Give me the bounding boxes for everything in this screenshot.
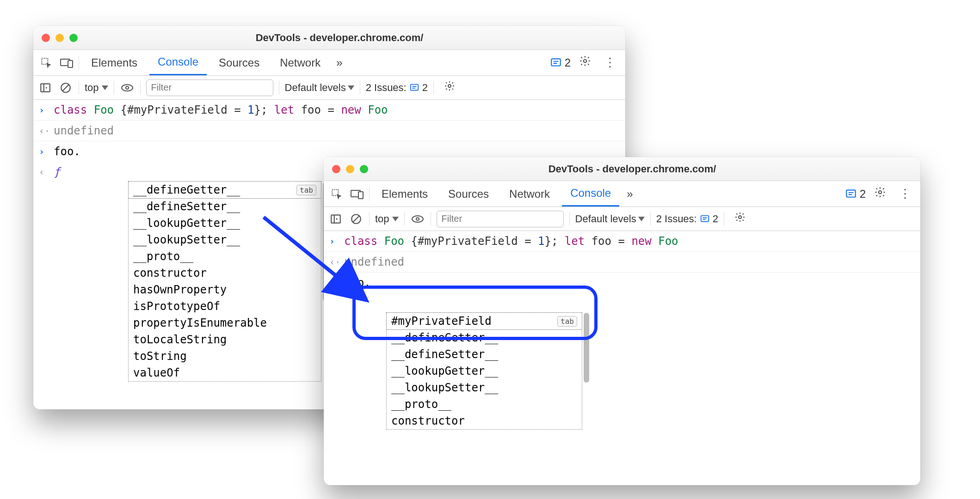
autocomplete-item[interactable]: isPrototypeOf (129, 298, 321, 315)
levels-label: Default levels (285, 82, 346, 94)
input-caret-icon: › (329, 235, 339, 247)
dropdown-caret-icon (102, 85, 108, 90)
console-input-row: › class Foo {#myPrivateField = 1}; let f… (33, 100, 625, 121)
kebab-menu-icon[interactable]: ⋮ (599, 55, 621, 70)
svg-rect-19 (358, 192, 363, 199)
settings-gear-icon[interactable] (574, 55, 596, 70)
settings-gear-icon[interactable] (869, 186, 891, 201)
console-toolbar: top Default levels 2 Issues: 2 (324, 207, 920, 231)
divider (569, 212, 570, 226)
svg-rect-24 (331, 215, 340, 223)
issues-count-2: 2 (422, 82, 428, 94)
tabs-overflow[interactable]: » (623, 181, 636, 207)
console-settings-icon[interactable] (439, 80, 460, 95)
autocomplete-item[interactable]: toString (129, 348, 321, 365)
filter-input[interactable] (146, 79, 273, 96)
console-result-row: ‹· undefined (33, 121, 625, 141)
issues-summary[interactable]: 2 Issues: 2 (656, 213, 718, 225)
svg-point-16 (448, 85, 451, 87)
traffic-lights (324, 165, 376, 173)
autocomplete-item[interactable]: propertyIsEnumerable (129, 315, 321, 331)
console-prompt-row[interactable]: › foo. (324, 273, 920, 293)
tab-console[interactable]: Console (149, 50, 207, 75)
svg-line-10 (63, 85, 69, 91)
autocomplete-item[interactable]: hasOwnProperty (129, 281, 321, 298)
divider (114, 81, 114, 95)
traffic-lights (33, 34, 86, 42)
maximize-icon[interactable] (69, 34, 78, 42)
autocomplete-item-private[interactable]: #myPrivateField tab (386, 312, 582, 330)
divider (650, 212, 651, 226)
log-levels-selector[interactable]: Default levels (285, 82, 354, 94)
autocomplete-item[interactable]: constructor (129, 265, 321, 281)
tab-elements[interactable]: Elements (373, 181, 436, 207)
inspect-element-icon[interactable] (328, 186, 345, 202)
tab-elements[interactable]: Elements (83, 50, 146, 75)
tab-sources[interactable]: Sources (210, 50, 268, 75)
autocomplete-item[interactable]: valueOf (129, 365, 321, 381)
autocomplete-item[interactable]: __defineSetter__ (129, 198, 321, 215)
inspect-element-icon[interactable] (38, 55, 55, 71)
autocomplete-item[interactable]: __lookupSetter__ (129, 231, 321, 248)
panel-tabs: Elements Sources Network Console » 2 ⋮ (324, 181, 920, 207)
autocomplete-item[interactable]: __lookupSetter__ (387, 379, 582, 396)
svg-point-6 (584, 60, 587, 63)
autocomplete-item[interactable]: __lookupGetter__ (387, 363, 582, 379)
autocomplete-item[interactable]: __proto__ (129, 248, 321, 265)
tabs-overflow[interactable]: » (333, 50, 346, 75)
clear-console-icon[interactable] (349, 212, 364, 226)
context-selector[interactable]: top (85, 82, 108, 94)
close-icon[interactable] (332, 165, 340, 173)
issues-summary[interactable]: 2 Issues: 2 (366, 82, 428, 94)
autocomplete-item[interactable]: constructor (387, 413, 582, 429)
log-levels-selector[interactable]: Default levels (575, 213, 645, 225)
issues-count-2: 2 (713, 213, 718, 225)
issues-indicator[interactable]: 2 (550, 56, 571, 69)
scrollbar[interactable] (584, 313, 589, 383)
autocomplete-item[interactable]: __defineSetter__ (387, 346, 582, 363)
live-expression-icon[interactable] (120, 80, 135, 95)
console-result-row: ‹· undefined (324, 252, 920, 273)
dropdown-caret-icon (348, 85, 354, 90)
svg-point-23 (879, 191, 882, 194)
autocomplete-item[interactable]: __defineGetter__ (387, 329, 582, 346)
device-toolbar-icon[interactable] (349, 186, 365, 202)
sidebar-toggle-icon[interactable] (328, 212, 343, 226)
divider (724, 212, 724, 226)
divider (79, 56, 79, 70)
maximize-icon[interactable] (360, 165, 368, 173)
console-output: › class Foo {#myPrivateField = 1}; let f… (324, 231, 920, 293)
console-settings-icon[interactable] (730, 212, 750, 226)
tab-network[interactable]: Network (501, 181, 558, 207)
close-icon[interactable] (42, 34, 50, 42)
kebab-menu-icon[interactable]: ⋮ (894, 187, 916, 201)
autocomplete-item[interactable]: toLocaleString (129, 331, 321, 348)
divider (360, 81, 360, 95)
svg-rect-30 (701, 215, 709, 221)
issues-count: 2 (860, 188, 866, 201)
clear-console-icon[interactable] (58, 80, 73, 95)
tab-sources[interactable]: Sources (440, 181, 497, 207)
tab-console[interactable]: Console (562, 181, 619, 207)
autocomplete-item[interactable]: __lookupGetter__ (129, 215, 321, 231)
filter-input[interactable] (437, 211, 564, 227)
minimize-icon[interactable] (55, 34, 64, 42)
divider (431, 212, 431, 226)
tab-network[interactable]: Network (271, 50, 329, 75)
minimize-icon[interactable] (346, 165, 354, 173)
autocomplete-popup[interactable]: #myPrivateField tab __defineGetter__ __d… (386, 312, 582, 430)
console-toolbar: top Default levels 2 Issues: 2 (33, 76, 625, 100)
live-expression-icon[interactable] (410, 212, 425, 226)
svg-point-29 (416, 218, 419, 220)
dropdown-caret-icon (392, 217, 399, 221)
autocomplete-popup[interactable]: __defineGetter__ tab __defineSetter__ __… (128, 181, 321, 382)
titlebar: DevTools - developer.chrome.com/ (33, 26, 625, 50)
autocomplete-item[interactable]: __proto__ (387, 396, 582, 413)
issues-indicator[interactable]: 2 (845, 188, 866, 201)
divider (404, 212, 405, 226)
sidebar-toggle-icon[interactable] (38, 80, 53, 95)
device-toolbar-icon[interactable] (58, 55, 75, 71)
context-selector[interactable]: top (375, 213, 399, 225)
autocomplete-item[interactable]: __defineGetter__ tab (128, 181, 321, 199)
divider (369, 212, 370, 226)
